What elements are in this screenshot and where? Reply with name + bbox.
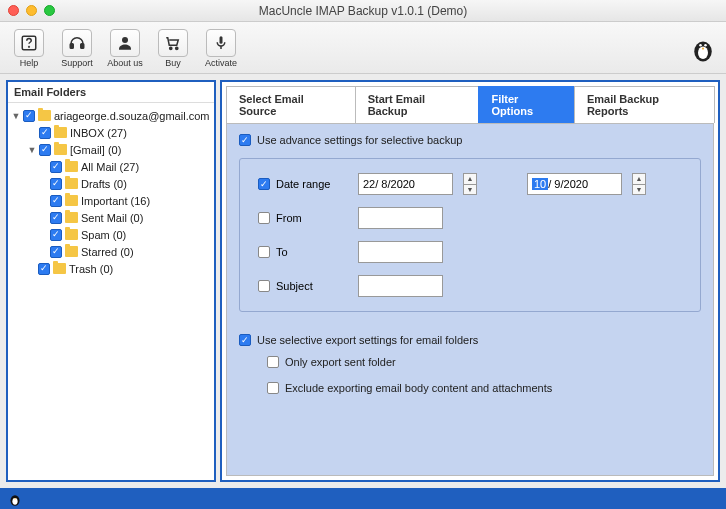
important-checkbox[interactable] (50, 195, 62, 207)
window-title: MacUncle IMAP Backup v1.0.1 (Demo) (0, 4, 726, 18)
main-area: Email Folders ▼ ariageorge.d.souza@gmail… (0, 74, 726, 488)
from-checkbox[interactable] (258, 212, 270, 224)
trash-checkbox[interactable] (38, 263, 50, 275)
allmail-label: All Mail (27) (81, 161, 139, 173)
tree-sentmail[interactable]: Sent Mail (0) (10, 209, 212, 226)
tab-backup-reports[interactable]: Email Backup Reports (574, 86, 715, 123)
date-from-input[interactable]: 22/ 8/2020 (358, 173, 453, 195)
date-from-stepper[interactable]: ▲▼ (463, 173, 477, 195)
buy-button[interactable]: Buy (152, 29, 194, 68)
account-checkbox[interactable] (23, 110, 35, 122)
tree-spam[interactable]: Spam (0) (10, 226, 212, 243)
tree-starred[interactable]: Starred (0) (10, 243, 212, 260)
about-label: About us (107, 58, 143, 68)
question-icon (20, 34, 38, 52)
support-button[interactable]: Support (56, 29, 98, 68)
trash-label: Trash (0) (69, 263, 113, 275)
zoom-window-button[interactable] (44, 5, 55, 16)
about-button[interactable]: About us (104, 29, 146, 68)
to-input[interactable] (358, 241, 443, 263)
folder-icon (53, 263, 66, 274)
sidebar: Email Folders ▼ ariageorge.d.souza@gmail… (6, 80, 216, 482)
subject-input[interactable] (358, 275, 443, 297)
selective-section: Use selective export settings for email … (239, 334, 701, 394)
tab-bar: Select Email Source Start Email Backup F… (226, 86, 714, 123)
inbox-label: INBOX (27) (70, 127, 127, 139)
gmail-label: [Gmail] (0) (70, 144, 121, 156)
inbox-checkbox[interactable] (39, 127, 51, 139)
daterange-row: Date range 22/ 8/2020 ▲▼ 10/ 9/2020 ▲▼ (258, 173, 682, 195)
main-toolbar: Help Support About us Buy Activate (0, 22, 726, 74)
spam-label: Spam (0) (81, 229, 126, 241)
spam-checkbox[interactable] (50, 229, 62, 241)
folder-icon (65, 161, 78, 172)
subject-label: Subject (276, 280, 313, 292)
minimize-window-button[interactable] (26, 5, 37, 16)
daterange-checkbox[interactable] (258, 178, 270, 190)
svg-point-6 (176, 47, 178, 49)
close-window-button[interactable] (8, 5, 19, 16)
from-input[interactable] (358, 207, 443, 229)
exclude-body-label: Exclude exporting email body content and… (285, 382, 552, 394)
support-label: Support (61, 58, 93, 68)
folder-icon (65, 178, 78, 189)
only-sent-checkbox[interactable] (267, 356, 279, 368)
activate-button[interactable]: Activate (200, 29, 242, 68)
date-to-stepper[interactable]: ▲▼ (632, 173, 646, 195)
svg-point-5 (170, 47, 172, 49)
tree-account[interactable]: ▼ ariageorge.d.souza@gmail.com (10, 107, 212, 124)
to-row: To (258, 241, 682, 263)
svg-rect-7 (220, 36, 223, 44)
svg-point-4 (122, 37, 128, 43)
selective-row: Use selective export settings for email … (239, 334, 701, 346)
selective-checkbox[interactable] (239, 334, 251, 346)
titlebar: MacUncle IMAP Backup v1.0.1 (Demo) (0, 0, 726, 22)
to-checkbox[interactable] (258, 246, 270, 258)
brand-logo (688, 34, 718, 64)
expand-icon[interactable]: ▼ (28, 145, 36, 155)
statusbar (0, 488, 726, 509)
person-icon (116, 34, 134, 52)
advance-row: Use advance settings for selective backu… (239, 134, 701, 146)
subject-checkbox[interactable] (258, 280, 270, 292)
svg-point-12 (704, 44, 707, 47)
tree-allmail[interactable]: All Mail (27) (10, 158, 212, 175)
tab-start-backup[interactable]: Start Email Backup (355, 86, 480, 123)
mic-icon (212, 34, 230, 52)
tab-filter-options[interactable]: Filter Options (478, 86, 574, 123)
drafts-label: Drafts (0) (81, 178, 127, 190)
only-sent-row: Only export sent folder (267, 356, 701, 368)
selective-label: Use selective export settings for email … (257, 334, 478, 346)
tree-important[interactable]: Important (16) (10, 192, 212, 209)
gmail-checkbox[interactable] (39, 144, 51, 156)
date-to-input[interactable]: 10/ 9/2020 (527, 173, 622, 195)
activate-label: Activate (205, 58, 237, 68)
important-label: Important (16) (81, 195, 150, 207)
exclude-body-checkbox[interactable] (267, 382, 279, 394)
advance-checkbox[interactable] (239, 134, 251, 146)
starred-checkbox[interactable] (50, 246, 62, 258)
folder-icon (65, 195, 78, 206)
tree-gmail[interactable]: ▼ [Gmail] (0) (10, 141, 212, 158)
svg-rect-3 (81, 44, 84, 49)
tree-drafts[interactable]: Drafts (0) (10, 175, 212, 192)
drafts-checkbox[interactable] (50, 178, 62, 190)
expand-icon[interactable]: ▼ (12, 111, 20, 121)
folder-tree: ▼ ariageorge.d.souza@gmail.com INBOX (27… (8, 103, 214, 281)
tab-select-source[interactable]: Select Email Source (226, 86, 356, 123)
sentmail-checkbox[interactable] (50, 212, 62, 224)
svg-rect-2 (70, 44, 73, 49)
exclude-body-row: Exclude exporting email body content and… (267, 382, 701, 394)
tree-inbox[interactable]: INBOX (27) (10, 124, 212, 141)
subject-row: Subject (258, 275, 682, 297)
help-button[interactable]: Help (8, 29, 50, 68)
headset-icon (68, 34, 86, 52)
penguin-icon (688, 34, 718, 64)
sentmail-label: Sent Mail (0) (81, 212, 143, 224)
statusbar-penguin-icon (6, 490, 24, 508)
cart-icon (164, 34, 182, 52)
tree-trash[interactable]: Trash (0) (10, 260, 212, 277)
allmail-checkbox[interactable] (50, 161, 62, 173)
help-label: Help (20, 58, 39, 68)
daterange-label: Date range (276, 178, 330, 190)
